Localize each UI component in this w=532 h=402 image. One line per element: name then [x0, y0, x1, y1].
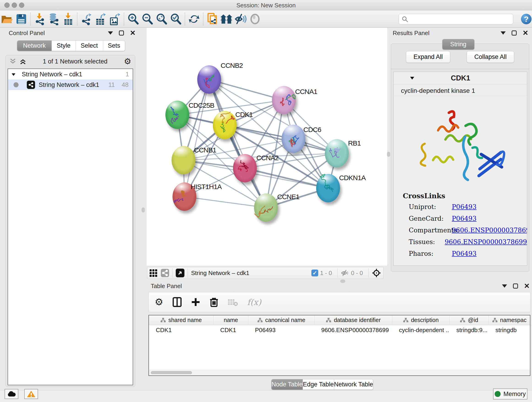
add-column-icon[interactable]: [191, 297, 201, 307]
open-session-button[interactable]: [0, 12, 14, 26]
network-node-RB1[interactable]: [325, 139, 349, 167]
show-columns-icon[interactable]: [172, 297, 182, 307]
zoom-out-button[interactable]: [140, 12, 154, 26]
export-table-icon: [95, 13, 106, 25]
column-header-database-identifier[interactable]: database identifier: [314, 315, 392, 325]
zoom-in-button[interactable]: [126, 12, 140, 26]
network-node-CDKN1A[interactable]: [316, 174, 340, 202]
network-row[interactable]: String Network – cdk1 11 48: [8, 80, 133, 90]
panel-menu-icon[interactable]: [502, 284, 507, 288]
column-header-description[interactable]: description: [392, 315, 449, 325]
network-collection-row[interactable]: String Network – cdk1 1: [8, 69, 133, 80]
column-header-namespac[interactable]: namespac: [488, 315, 530, 325]
network-node-CCNA2[interactable]: [233, 154, 257, 182]
cloud-button[interactable]: [5, 389, 18, 399]
table-cell[interactable]: stringdb: [488, 325, 530, 335]
import-network-database-button[interactable]: [47, 12, 61, 26]
network-node-CCNB1[interactable]: [172, 146, 196, 174]
network-node-CCNE1[interactable]: [254, 193, 278, 222]
network-node-CDC6[interactable]: [282, 125, 305, 153]
import-table-button[interactable]: [61, 12, 75, 26]
tab-network[interactable]: Network: [17, 41, 51, 51]
search-input[interactable]: [408, 16, 507, 22]
table-cell[interactable]: 9606.ENSP00000378699: [314, 325, 392, 335]
delete-trash-icon[interactable]: [210, 297, 218, 307]
network-node-CCNB2[interactable]: [197, 65, 221, 94]
houses-icon: [220, 14, 233, 24]
tab-string[interactable]: String: [443, 39, 474, 50]
first-neighbors-button[interactable]: [220, 12, 234, 26]
share-view-icon[interactable]: [161, 269, 169, 277]
gear-icon[interactable]: ⚙: [124, 57, 131, 65]
toolbar-separator: [30, 13, 31, 26]
horizontal-splitter-handle[interactable]: [340, 280, 345, 283]
column-header-name[interactable]: name: [213, 315, 248, 325]
zoom-fit-button[interactable]: [154, 12, 169, 26]
export-table-button[interactable]: [94, 12, 108, 26]
birdseye-toggle-icon[interactable]: [176, 269, 184, 277]
crosslink-link[interactable]: P06493: [452, 203, 476, 211]
collapse-all-icon[interactable]: [9, 58, 16, 65]
collapse-section-icon[interactable]: [410, 76, 415, 80]
grid-view-icon[interactable]: [150, 269, 157, 277]
show-all-button[interactable]: [248, 12, 262, 26]
tree-expand-icon[interactable]: [11, 73, 16, 76]
panel-float-icon[interactable]: [119, 31, 124, 36]
left-splitter-handle[interactable]: [142, 207, 145, 212]
tab-style[interactable]: Style: [51, 41, 75, 51]
panel-menu-icon[interactable]: [108, 32, 113, 35]
crosslink-link[interactable]: P06493: [452, 215, 476, 222]
panel-menu-icon[interactable]: [500, 32, 506, 35]
tab-node-table[interactable]: Node Table: [272, 379, 303, 390]
table-row[interactable]: CDK1CDK1P064939606.ENSP00000378699cyclin…: [149, 325, 530, 335]
panel-float-icon[interactable]: [512, 31, 517, 36]
crosslink-link[interactable]: 9606.ENSP00000378699: [445, 238, 527, 246]
expand-all-icon[interactable]: [19, 58, 26, 65]
network-canvas[interactable]: CCNB2CCNA1CDC25BCDK1CDC6RB1CCNB1CCNA2CDK…: [147, 28, 387, 266]
expand-all-button[interactable]: Expand All: [406, 51, 450, 63]
save-session-button[interactable]: [14, 12, 28, 26]
panel-close-icon[interactable]: ✕: [130, 31, 136, 36]
network-node-CDK1[interactable]: [213, 111, 237, 139]
network-from-selection-button[interactable]: [205, 12, 220, 26]
table-cell[interactable]: CDK1: [213, 325, 248, 335]
crosslink-link[interactable]: 9606.ENSP00000378699: [452, 226, 527, 234]
export-image-button[interactable]: [108, 12, 122, 26]
tab-sets[interactable]: Sets: [103, 41, 125, 51]
column-header-shared-name[interactable]: shared name: [149, 315, 213, 325]
help-button[interactable]: ?: [521, 14, 532, 24]
crosslink-link[interactable]: P06493: [452, 250, 476, 257]
tab-network-table[interactable]: Network Table: [334, 379, 373, 390]
tab-select[interactable]: Select: [75, 41, 103, 51]
panel-float-icon[interactable]: [513, 283, 518, 288]
table-horizontal-scrollbar[interactable]: [148, 370, 530, 376]
apply-layout-button[interactable]: [187, 12, 201, 26]
network-node-CCNA1[interactable]: [272, 86, 296, 114]
column-header--id[interactable]: @id: [450, 315, 489, 325]
network-node-CDC25B[interactable]: [165, 101, 189, 129]
hidden-eye-icon[interactable]: [341, 269, 349, 276]
crosslink-label: GeneCard:: [409, 215, 452, 222]
column-header-canonical-name[interactable]: canonical name: [248, 315, 314, 325]
table-options-gear-icon[interactable]: ⚙: [155, 298, 163, 306]
hide-selected-button[interactable]: [234, 12, 248, 26]
collapse-all-button[interactable]: Collapse All: [467, 51, 514, 63]
memory-button[interactable]: Memory: [493, 389, 527, 400]
panel-close-icon[interactable]: ✕: [524, 283, 530, 288]
crosshair-icon[interactable]: [372, 268, 381, 278]
table-cell[interactable]: stringdb:9...: [450, 325, 489, 335]
import-network-file-button[interactable]: [32, 12, 47, 26]
export-network-button[interactable]: [79, 12, 94, 26]
panel-close-icon[interactable]: ✕: [523, 31, 528, 36]
table-cell[interactable]: cyclin-dependent ...: [392, 325, 449, 335]
table-cell[interactable]: P06493: [248, 325, 314, 335]
table-cell[interactable]: CDK1: [149, 325, 213, 335]
zoom-selected-button[interactable]: [169, 12, 183, 26]
separator: [337, 268, 338, 278]
table-panel-title: Table Panel: [151, 283, 182, 290]
selected-checkbox-icon[interactable]: ✓: [311, 269, 318, 276]
scrollbar-thumb[interactable]: [151, 371, 192, 374]
warnings-button[interactable]: [24, 389, 38, 399]
tab-edge-table[interactable]: Edge Table: [303, 379, 334, 390]
right-splitter-handle[interactable]: [387, 152, 390, 157]
